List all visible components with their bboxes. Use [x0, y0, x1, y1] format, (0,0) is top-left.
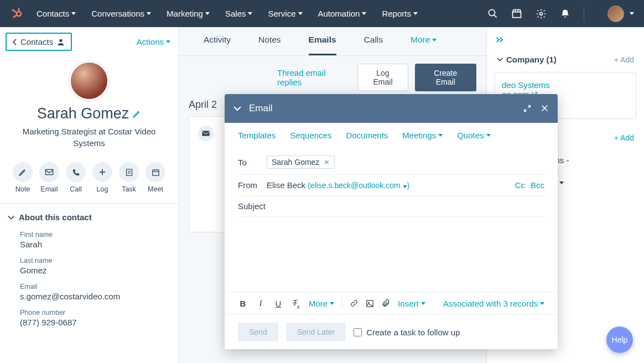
documents-tab[interactable]: Documents — [346, 131, 388, 140]
templates-tab[interactable]: Templates — [238, 131, 276, 140]
back-label: Contacts — [20, 37, 53, 46]
nav-automation[interactable]: Automation — [318, 9, 367, 18]
minimize-icon[interactable] — [233, 106, 241, 111]
action-label: Task — [122, 185, 136, 193]
italic-button[interactable]: I — [256, 299, 266, 308]
from-label: From — [238, 180, 267, 190]
hubspot-logo[interactable] — [10, 7, 24, 21]
from-email-dropdown[interactable]: (elise.s.beck@outlook.com ) — [308, 181, 409, 190]
email-button[interactable]: Email — [39, 162, 59, 193]
chevron-down-icon — [497, 56, 503, 63]
call-button[interactable]: Call — [66, 162, 86, 193]
tab-notes[interactable]: Notes — [258, 35, 281, 55]
svg-point-12 — [540, 12, 543, 15]
field-phone[interactable]: Phone number(877) 929-0687 — [0, 305, 178, 331]
search-icon[interactable] — [487, 8, 498, 19]
contact-name: Sarah Gomez — [11, 105, 167, 122]
link-icon[interactable] — [350, 299, 358, 308]
nav-label: Conversations — [91, 9, 144, 18]
send-later-button[interactable]: Send Later — [286, 323, 346, 341]
calendar-icon — [152, 168, 160, 177]
associated-records-dropdown[interactable]: Associated with 3 records — [443, 299, 544, 308]
action-label: Log — [97, 185, 108, 193]
chevron-down-icon — [71, 12, 76, 15]
contact-avatar[interactable] — [69, 61, 109, 101]
collapse-sidebar-button[interactable] — [492, 36, 638, 49]
gear-icon[interactable] — [536, 8, 547, 19]
marketplace-icon[interactable] — [511, 8, 522, 19]
tab-emails[interactable]: Emails — [309, 35, 336, 55]
nav-reports[interactable]: Reports — [382, 9, 418, 18]
field-firstname[interactable]: First nameSarah — [0, 227, 178, 253]
company-name: deo Systems — [502, 80, 550, 90]
thread-replies-link[interactable]: Thread email replies — [277, 68, 351, 87]
nav-right — [487, 6, 634, 22]
send-button[interactable]: Send — [238, 323, 278, 341]
nav-contacts[interactable]: Contacts — [37, 9, 76, 18]
plus-icon — [98, 168, 107, 177]
actions-dropdown[interactable]: Actions — [137, 37, 170, 46]
log-button[interactable]: Log — [92, 162, 112, 193]
nav-marketing[interactable]: Marketing — [167, 9, 210, 18]
remove-recipient-icon[interactable]: ✕ — [324, 158, 330, 167]
tab-more[interactable]: More — [411, 35, 437, 55]
add-company-link[interactable]: + Add — [614, 55, 634, 64]
follow-up-task-checkbox[interactable]: Create a task to follow up — [354, 328, 460, 337]
attachment-icon[interactable] — [382, 299, 390, 308]
close-icon[interactable] — [541, 104, 549, 112]
subject-row[interactable]: Subject — [238, 196, 544, 217]
tab-more-label: More — [411, 35, 430, 45]
pencil-icon[interactable] — [132, 110, 141, 118]
chevron-down-icon — [362, 12, 366, 15]
underline-button[interactable]: U — [273, 299, 283, 308]
more-label: More — [309, 299, 328, 308]
back-contacts-button[interactable]: Contacts — [6, 33, 72, 51]
sequences-tab[interactable]: Sequences — [290, 131, 331, 140]
bold-button[interactable]: B — [238, 299, 248, 308]
note-button[interactable]: Note — [13, 162, 33, 193]
more-format-dropdown[interactable]: More — [309, 299, 334, 308]
associated-label: Associated with 3 records — [443, 299, 538, 308]
quotes-label: Quotes — [457, 131, 484, 140]
task-button[interactable]: Task — [119, 162, 139, 193]
email-body-editor[interactable] — [238, 217, 544, 292]
tab-activity[interactable]: Activity — [204, 35, 231, 55]
recipient-chip[interactable]: Sarah Gomez✕ — [267, 155, 335, 169]
compose-email-modal: Email Templates Sequences Documents Meet… — [225, 94, 558, 349]
quotes-tab[interactable]: Quotes — [457, 131, 490, 140]
note-icon — [18, 168, 27, 177]
company-section-toggle[interactable]: Company (1) — [497, 55, 557, 64]
expand-icon[interactable] — [523, 104, 532, 113]
field-lastname[interactable]: Last nameGomez — [0, 253, 178, 279]
nav-label: Marketing — [167, 9, 203, 18]
cc-link[interactable]: Cc — [515, 180, 525, 190]
user-avatar[interactable] — [607, 6, 624, 22]
chevron-down-icon — [403, 185, 407, 188]
nav-service[interactable]: Service — [268, 9, 302, 18]
about-section-header[interactable]: About this contact — [0, 204, 178, 227]
image-icon[interactable] — [366, 299, 374, 308]
bcc-link[interactable]: Bcc — [531, 180, 544, 190]
nav-conversations[interactable]: Conversations — [91, 9, 151, 18]
clear-format-button[interactable]: Tx — [291, 298, 301, 309]
add-deal-link[interactable]: + Add — [614, 133, 634, 142]
meetings-tab[interactable]: Meetings — [402, 131, 443, 140]
insert-dropdown[interactable]: Insert — [398, 299, 425, 308]
meet-button[interactable]: Meet — [146, 162, 165, 193]
log-email-button[interactable]: Log Email — [357, 64, 408, 91]
task-checkbox-input[interactable] — [354, 328, 362, 336]
nav-items: Contacts Conversations Marketing Sales S… — [37, 9, 418, 18]
nav-sales[interactable]: Sales — [225, 9, 253, 18]
from-name: Elise Beck — [267, 180, 305, 190]
person-icon — [56, 38, 65, 46]
svg-point-13 — [60, 39, 63, 42]
tab-calls[interactable]: Calls — [364, 35, 383, 55]
bell-icon[interactable] — [560, 8, 570, 19]
field-email[interactable]: Emails.gomez@costarvideo.com — [0, 279, 178, 305]
nav-label: Automation — [318, 9, 360, 18]
chevron-down-icon[interactable] — [630, 12, 634, 15]
svg-rect-20 — [152, 170, 158, 175]
create-email-button[interactable]: Create Email — [415, 64, 476, 91]
company-name-link[interactable]: deo Systems — [502, 80, 629, 90]
help-button[interactable]: Help — [606, 326, 633, 353]
